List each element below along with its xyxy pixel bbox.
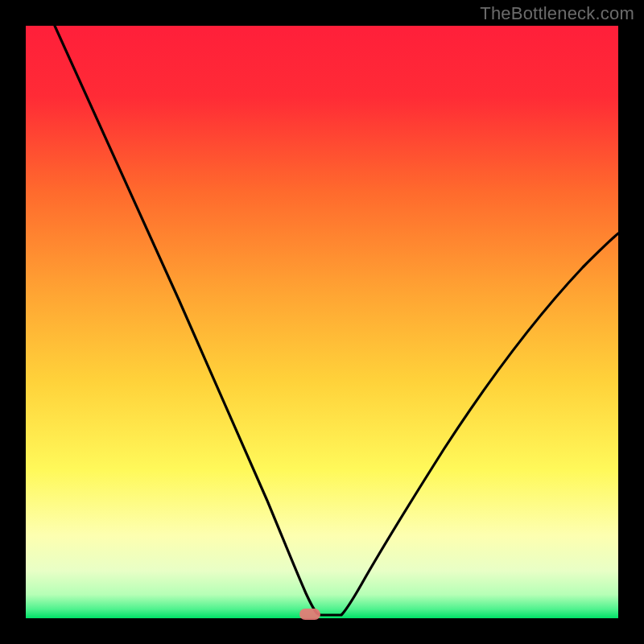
chart-frame: TheBottleneck.com [0, 0, 644, 644]
chart-svg [26, 26, 618, 618]
watermark-label: TheBottleneck.com [480, 3, 634, 24]
gradient-background [26, 26, 618, 618]
optimum-marker [299, 609, 320, 620]
plot-area [26, 26, 618, 618]
